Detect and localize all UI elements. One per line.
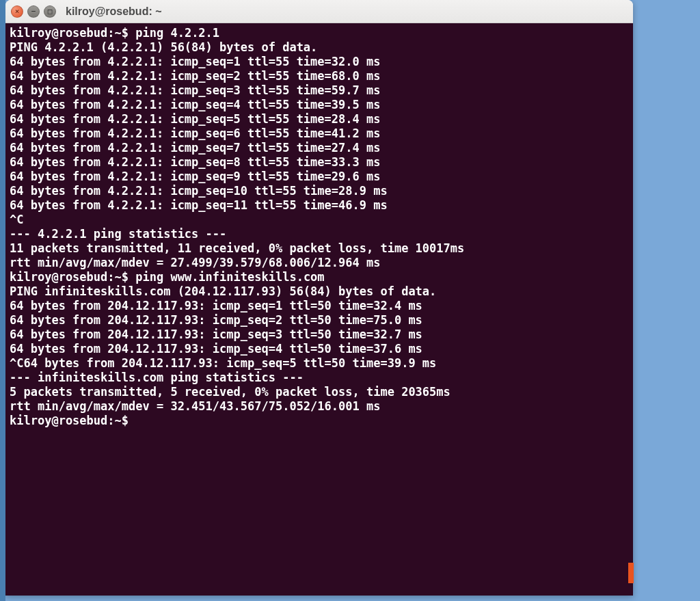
prompt-line-1: kilroy@rosebud:~$ ping 4.2.2.1 — [10, 26, 629, 40]
ping-reply: 64 bytes from 4.2.2.1: icmp_seq=7 ttl=55… — [10, 141, 629, 155]
prompt-path: :~$ — [107, 26, 129, 40]
ping-header: PING 4.2.2.1 (4.2.2.1) 56(84) bytes of d… — [10, 40, 629, 55]
window-controls: × − □ — [11, 5, 56, 18]
command-text — [129, 414, 135, 427]
stats-line: rtt min/avg/max/mdev = 27.499/39.579/68.… — [10, 256, 629, 270]
ping-reply: 64 bytes from 4.2.2.1: icmp_seq=2 ttl=55… — [10, 69, 629, 83]
resize-highlight — [628, 563, 634, 583]
ping-header: PING infiniteskills.com (204.12.117.93) … — [10, 284, 629, 299]
ping-reply: 64 bytes from 204.12.117.93: icmp_seq=3 … — [10, 328, 629, 342]
desktop: × − □ kilroy@rosebud: ~ kilroy@rosebud:~… — [0, 0, 700, 601]
ping-reply: 64 bytes from 4.2.2.1: icmp_seq=3 ttl=55… — [10, 83, 629, 98]
titlebar[interactable]: × − □ kilroy@rosebud: ~ — [5, 0, 633, 23]
prompt-line-3: kilroy@rosebud:~$ — [10, 414, 629, 428]
ping-reply: 64 bytes from 4.2.2.1: icmp_seq=10 ttl=5… — [10, 184, 629, 198]
stats-header: --- infiniteskills.com ping statistics -… — [10, 371, 629, 385]
ctrl-c: ^C — [10, 213, 629, 227]
stats-line: 11 packets transmitted, 11 received, 0% … — [10, 241, 629, 256]
terminal-body[interactable]: kilroy@rosebud:~$ ping 4.2.2.1PING 4.2.2… — [5, 23, 633, 596]
ping-reply: 64 bytes from 4.2.2.1: icmp_seq=9 ttl=55… — [10, 170, 629, 184]
terminal-window: × − □ kilroy@rosebud: ~ kilroy@rosebud:~… — [5, 0, 633, 596]
stats-line: 5 packets transmitted, 5 received, 0% pa… — [10, 385, 629, 399]
window-title: kilroy@rosebud: ~ — [66, 5, 162, 18]
maximize-button[interactable]: □ — [44, 5, 56, 18]
ping-reply: 64 bytes from 4.2.2.1: icmp_seq=8 ttl=55… — [10, 155, 629, 170]
prompt-user: kilroy@rosebud — [10, 414, 107, 427]
close-button[interactable]: × — [11, 5, 23, 18]
ping-reply: 64 bytes from 204.12.117.93: icmp_seq=2 … — [10, 313, 629, 328]
ping-reply: 64 bytes from 4.2.2.1: icmp_seq=11 ttl=5… — [10, 198, 629, 213]
prompt-path: :~$ — [107, 270, 129, 284]
ping-reply: 64 bytes from 4.2.2.1: icmp_seq=1 ttl=55… — [10, 55, 629, 69]
command-text: ping 4.2.2.1 — [129, 26, 219, 40]
minimize-button[interactable]: − — [27, 5, 40, 18]
ping-reply: 64 bytes from 204.12.117.93: icmp_seq=1 … — [10, 299, 629, 313]
ctrl-c-line: ^C64 bytes from 204.12.117.93: icmp_seq=… — [10, 356, 629, 371]
command-text: ping www.infiniteskills.com — [129, 270, 325, 284]
left-edge — [0, 0, 5, 601]
ping-reply: 64 bytes from 4.2.2.1: icmp_seq=5 ttl=55… — [10, 112, 629, 126]
prompt-line-2: kilroy@rosebud:~$ ping www.infiniteskill… — [10, 270, 629, 284]
stats-line: rtt min/avg/max/mdev = 32.451/43.567/75.… — [10, 399, 629, 414]
ping-reply: 64 bytes from 204.12.117.93: icmp_seq=4 … — [10, 342, 629, 356]
stats-header: --- 4.2.2.1 ping statistics --- — [10, 227, 629, 241]
ping-reply: 64 bytes from 4.2.2.1: icmp_seq=6 ttl=55… — [10, 126, 629, 141]
prompt-path: :~$ — [107, 414, 129, 427]
prompt-user: kilroy@rosebud — [10, 270, 107, 284]
prompt-user: kilroy@rosebud — [10, 26, 107, 40]
ping-reply: 64 bytes from 4.2.2.1: icmp_seq=4 ttl=55… — [10, 98, 629, 112]
